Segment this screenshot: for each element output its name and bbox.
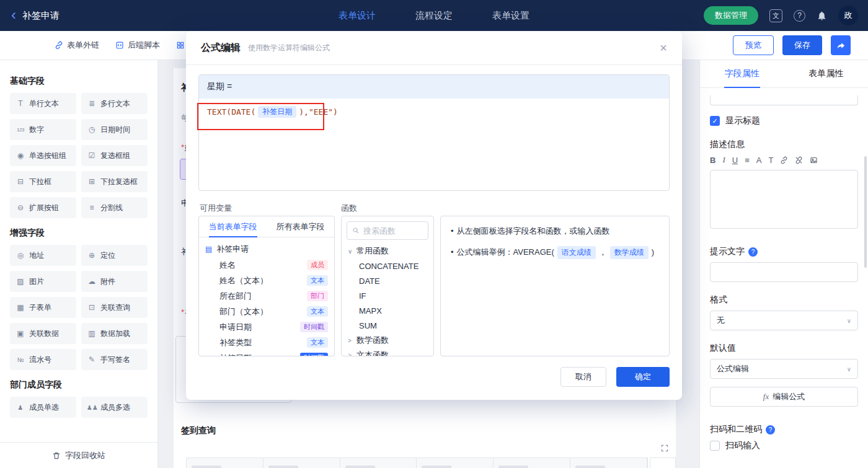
field-item-address[interactable]: ◎地址	[10, 245, 76, 266]
field-item-subform[interactable]: ▦子表单	[10, 297, 76, 318]
field-item-label: 图片	[29, 276, 44, 287]
field-item-single-line-text[interactable]: T单行文本	[10, 93, 76, 114]
field-type-tag: 文本	[307, 337, 328, 348]
italic-icon[interactable]: I	[722, 155, 725, 165]
description-textarea[interactable]	[710, 170, 858, 229]
bold-icon[interactable]: B	[710, 156, 715, 165]
field-item-label: 子表单	[29, 302, 51, 313]
field-item-multi-line-text[interactable]: ≣多行文本	[81, 93, 148, 114]
field-item-dropdown[interactable]: ⊟下拉框	[10, 171, 76, 192]
user-avatar[interactable]: 政	[838, 6, 858, 25]
field-item-attachment[interactable]: ☁附件	[81, 271, 148, 292]
function-item-sum[interactable]: SUM	[342, 318, 433, 333]
field-item-number[interactable]: 123数字	[10, 119, 76, 140]
field-item-label: 下拉复选框	[100, 177, 138, 187]
field-item-related-query[interactable]: ⊡关联查询	[81, 297, 148, 318]
properties-scrollbar[interactable]	[864, 156, 867, 268]
field-item-signature[interactable]: ✎手写签名	[81, 349, 148, 370]
scrolled-input-partial[interactable]	[710, 95, 858, 105]
field-item-dropdown-multi[interactable]: ⊞下拉复选框	[81, 171, 148, 192]
function-group-common[interactable]: ∨ 常用函数	[342, 244, 433, 258]
align-icon[interactable]: ≡	[745, 156, 750, 165]
tab-all-form-fields[interactable]: 所有表单字段	[267, 216, 334, 237]
data-manage-button[interactable]: 数据管理	[704, 6, 758, 25]
tab-field-properties[interactable]: 字段属性	[700, 60, 784, 87]
function-item-date[interactable]: DATE	[342, 273, 433, 288]
remove-link-icon[interactable]	[795, 156, 803, 164]
font-size-icon[interactable]: T	[768, 156, 773, 165]
variable-field-row[interactable]: 申请日期时间戳	[199, 319, 334, 335]
function-group-math[interactable]: > 数学函数	[342, 333, 433, 348]
variable-field-row-selected[interactable]: 补签日期时间戳	[199, 350, 334, 356]
document-icon: ▤	[205, 245, 212, 254]
field-item-member-single[interactable]: ♟成员单选	[10, 397, 76, 418]
variable-field-row[interactable]: 姓名成员	[199, 257, 334, 273]
field-item-divider[interactable]: ≡分割线	[81, 197, 148, 218]
function-group-text[interactable]: > 文本函数	[342, 348, 433, 356]
language-icon[interactable]: 文	[769, 9, 782, 22]
function-search-input[interactable]	[363, 226, 419, 236]
hint-text-input[interactable]	[710, 262, 858, 282]
default-value-select[interactable]: 公式编辑 ∨	[710, 359, 858, 379]
formula-field-chip[interactable]: 补签日期	[258, 106, 296, 118]
scan-input-checkbox[interactable]	[710, 441, 720, 451]
format-select[interactable]: 无 ∨	[710, 311, 858, 330]
function-item-concatenate[interactable]: CONCATENATE	[342, 258, 433, 273]
scan-help-icon[interactable]: ?	[766, 425, 775, 435]
field-item-related-data[interactable]: ▣关联数据	[10, 323, 76, 344]
insert-link-icon[interactable]	[780, 156, 788, 164]
field-item-image[interactable]: ▨图片	[10, 271, 76, 292]
scan-input-row[interactable]: 扫码输入	[710, 440, 858, 451]
field-item-checkbox-group[interactable]: ☑复选框组	[81, 145, 148, 166]
field-item-serial-number[interactable]: №流水号	[10, 349, 76, 370]
backend-script-button[interactable]: 后端脚本	[115, 40, 160, 51]
related-query-icon: ⊡	[87, 303, 97, 312]
field-recycle-bin-button[interactable]: 字段回收站	[0, 442, 157, 468]
field-item-datetime[interactable]: ◷日期时间	[81, 119, 148, 140]
share-button[interactable]	[831, 35, 851, 55]
tab-form-settings[interactable]: 表单设置	[492, 10, 529, 22]
variable-field-row[interactable]: 所在部门部门	[199, 288, 334, 304]
show-title-checkbox[interactable]: ✓	[710, 116, 720, 126]
field-item-location[interactable]: ⊕定位	[81, 245, 148, 266]
field-name: 所在部门	[219, 291, 252, 302]
form-external-link-button[interactable]: 表单外链	[55, 40, 99, 51]
formula-editor[interactable]: 星期 = TEXT(DATE( 补签日期 ),"EEE")	[198, 74, 670, 191]
edit-formula-button[interactable]: fx 编辑公式	[710, 387, 858, 407]
field-item-radio-group[interactable]: ◉单选按钮组	[10, 145, 76, 166]
form-node[interactable]: ▤ 补签申请	[199, 241, 334, 257]
help-icon[interactable]: ?	[794, 10, 805, 22]
close-icon[interactable]: ×	[660, 42, 667, 54]
cancel-button[interactable]: 取消	[560, 367, 606, 387]
show-title-row[interactable]: ✓ 显示标题	[710, 115, 858, 126]
function-item-mapx[interactable]: MAPX	[342, 303, 433, 318]
insert-image-icon[interactable]	[810, 156, 818, 164]
field-item-extend-button[interactable]: ⊖扩展按钮	[10, 197, 76, 218]
enhanced-field-grid: ◎地址 ⊕定位 ▨图片 ☁附件 ▦子表单 ⊡关联查询 ▣关联数据 ▥数据加载 №…	[10, 245, 148, 370]
field-name: 补签类型	[219, 337, 252, 348]
table-add-column[interactable]	[650, 457, 676, 468]
tab-current-form-fields[interactable]: 当前表单字段	[199, 216, 267, 237]
hint-help-icon[interactable]: ?	[748, 247, 758, 257]
function-search[interactable]	[347, 221, 428, 240]
divider-icon: ≡	[87, 203, 97, 212]
variable-field-row[interactable]: 姓名（文本）文本	[199, 273, 334, 288]
bell-icon[interactable]	[817, 11, 827, 21]
font-color-icon[interactable]: A	[756, 156, 762, 165]
expand-icon[interactable]	[660, 444, 669, 455]
function-group-label: 常用函数	[356, 245, 389, 257]
variable-field-row[interactable]: 部门（文本）文本	[199, 304, 334, 319]
field-item-data-load[interactable]: ▥数据加载	[81, 323, 148, 344]
tab-flow-settings[interactable]: 流程设定	[415, 10, 453, 22]
field-item-member-multi[interactable]: ♟♟成员多选	[81, 397, 148, 418]
tab-form-properties[interactable]: 表单属性	[784, 60, 868, 87]
preview-button[interactable]: 预览	[733, 35, 774, 55]
back-icon[interactable]: ‹	[11, 7, 16, 22]
underline-icon[interactable]: U	[732, 156, 738, 165]
confirm-button[interactable]: 确定	[616, 367, 670, 387]
tab-form-design[interactable]: 表单设计	[339, 10, 376, 22]
variable-field-row[interactable]: 补签类型文本	[199, 335, 334, 350]
function-item-if[interactable]: IF	[342, 288, 433, 303]
formula-expression[interactable]: TEXT(DATE( 补签日期 ),"EEE")	[199, 99, 669, 125]
save-button[interactable]: 保存	[782, 35, 822, 55]
